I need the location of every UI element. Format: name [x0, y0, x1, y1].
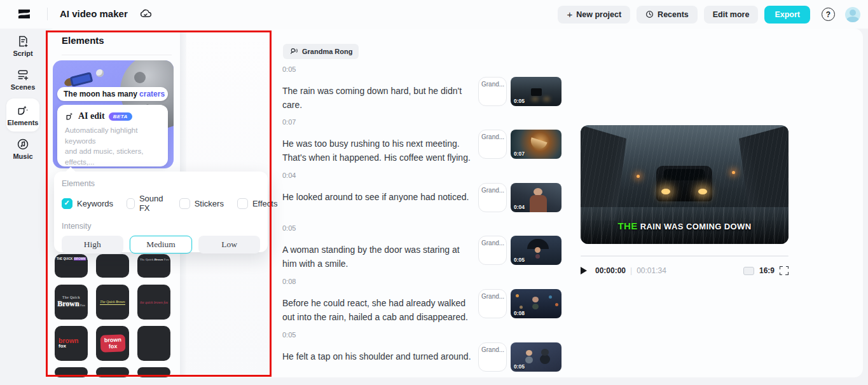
- recents-label: Recents: [658, 10, 689, 19]
- beta-badge: BETA: [109, 112, 132, 121]
- voice-clip-card[interactable]: Grand...: [478, 289, 507, 318]
- voice-clip-card[interactable]: Grand...: [478, 183, 507, 212]
- checkbox-sound-fx-label: Sound FX: [139, 194, 166, 213]
- tile-text: The Quick Brown: [100, 300, 125, 305]
- text-style-tile[interactable]: The Quick Brown Fox: [55, 285, 88, 320]
- seek-bar[interactable]: [581, 255, 789, 257]
- recents-button[interactable]: Recents: [637, 6, 698, 24]
- demo-caption-keyword: craters: [139, 90, 165, 98]
- ai-edit-icon: [65, 112, 74, 121]
- text-style-tile[interactable]: the quick brown fox: [137, 285, 170, 320]
- scene-thumbnail[interactable]: 0:05: [511, 342, 561, 372]
- voice-clip-card[interactable]: Grand...: [478, 236, 507, 265]
- sidebar-item-music[interactable]: Music: [6, 138, 39, 160]
- checkbox-sound-fx-box[interactable]: [127, 198, 135, 209]
- voice-clip-card[interactable]: Grand...: [478, 77, 507, 106]
- checkbox-stickers-box[interactable]: [179, 198, 190, 209]
- text-style-tile[interactable]: [137, 326, 170, 361]
- text-style-tile[interactable]: [137, 367, 170, 377]
- thumb-duration: 0:04: [514, 204, 525, 210]
- checkbox-stickers-label: Stickers: [195, 199, 224, 208]
- segment-text[interactable]: Before he could react, she had already w…: [282, 296, 476, 324]
- intensity-high-button[interactable]: High: [62, 236, 123, 253]
- checkbox-effects-label: Effects: [252, 199, 278, 208]
- edit-more-button[interactable]: Edit more: [704, 6, 759, 24]
- segment-duration: 0:07: [282, 118, 565, 126]
- intensity-low-button[interactable]: Low: [198, 236, 260, 253]
- script-icon: [17, 35, 29, 48]
- help-button[interactable]: ?: [822, 8, 835, 21]
- tile-badge: brown fox: [100, 334, 125, 352]
- aspect-ratio-icon[interactable]: [743, 267, 754, 275]
- segment-duration: 0:08: [282, 278, 565, 285]
- text-style-tile[interactable]: The Quick Brown: [96, 285, 129, 320]
- topbar: AI video maker + New project Recents Edi…: [0, 0, 868, 29]
- checkbox-effects[interactable]: Effects: [237, 198, 278, 209]
- new-project-button[interactable]: + New project: [558, 6, 630, 24]
- plus-icon: +: [567, 10, 572, 19]
- page-title: AI video maker: [60, 8, 128, 19]
- checkbox-effects-box[interactable]: [237, 198, 248, 209]
- player-controls: 00:00:00 | 00:01:34 16:9: [581, 265, 789, 276]
- transcript-row: 0:07 He was too busy rushing to his next…: [282, 118, 565, 170]
- transcript-area: Grandma Rong 0:05 The rain was coming do…: [282, 29, 575, 385]
- text-style-tile[interactable]: brown fox: [96, 326, 129, 361]
- segment-text[interactable]: He felt a tap on his shoulder and turned…: [282, 349, 476, 363]
- segment-duration: 0:04: [282, 172, 565, 179]
- sidebar-item-scenes[interactable]: Scenes: [6, 69, 39, 91]
- voice-speaker-icon: [289, 47, 298, 56]
- transcript-row: 0:05 The rain was coming down hard, but …: [282, 65, 565, 118]
- text-style-tile[interactable]: The Quick Brown Fox: [137, 254, 170, 278]
- capcut-logo-icon[interactable]: [17, 6, 32, 22]
- avatar[interactable]: [845, 7, 860, 22]
- play-button[interactable]: [581, 267, 587, 274]
- thumb-duration: 0:08: [514, 310, 525, 316]
- sidebar-item-elements[interactable]: Elements: [6, 98, 39, 132]
- segment-text[interactable]: He was too busy rushing to his next meet…: [282, 137, 476, 165]
- text-style-tile[interactable]: brown fox: [55, 326, 88, 361]
- thumb-duration: 0:07: [514, 151, 525, 157]
- elements-panel-title: Elements: [62, 35, 104, 46]
- checkbox-stickers[interactable]: Stickers: [179, 198, 224, 209]
- scene-thumbnail[interactable]: 0:07: [511, 130, 561, 159]
- scene-thumbnail[interactable]: 0:05: [511, 236, 561, 265]
- satellite-capsule: [96, 69, 104, 77]
- elements-panel-divider: [62, 55, 172, 55]
- scenes-icon: [17, 69, 29, 81]
- element-checkbox-row: Keywords Sound FX Stickers Effects: [62, 194, 260, 213]
- export-button[interactable]: Export: [764, 6, 810, 24]
- segment-duration: 0:05: [282, 65, 565, 73]
- current-time: 00:00:00: [595, 266, 626, 275]
- checkbox-keywords-box[interactable]: [62, 198, 72, 209]
- sidebar-label-elements: Elements: [6, 119, 39, 126]
- fullscreen-icon[interactable]: [780, 266, 789, 275]
- text-style-tile[interactable]: THE QUICK BROWN FOX: [55, 254, 88, 278]
- scene-thumbnail[interactable]: 0:04: [511, 183, 561, 212]
- checkbox-sound-fx[interactable]: Sound FX: [127, 194, 166, 213]
- ai-video-maker-app: AI video maker + New project Recents Edi…: [0, 0, 868, 385]
- intensity-medium-button[interactable]: Medium: [130, 236, 193, 253]
- scene-thumbnail[interactable]: 0:05: [511, 77, 561, 106]
- segment-text[interactable]: A woman standing by the door was staring…: [282, 243, 476, 271]
- demo-caption-text: The moon has many: [64, 90, 137, 98]
- aspect-ratio-label[interactable]: 16:9: [759, 266, 775, 275]
- video-caption: THE RAIN WAS COMING DOWN: [581, 220, 789, 231]
- checkbox-keywords[interactable]: Keywords: [62, 198, 113, 209]
- thumb-duration: 0:05: [514, 98, 525, 104]
- voice-clip-card[interactable]: Grand...: [478, 342, 507, 372]
- voice-chip[interactable]: Grandma Rong: [283, 44, 359, 59]
- tile-text: Brown Fox: [57, 299, 85, 309]
- text-style-tile[interactable]: [55, 367, 88, 377]
- video-preview: THE RAIN WAS COMING DOWN: [581, 125, 789, 244]
- text-style-tile[interactable]: [96, 254, 129, 278]
- segment-text[interactable]: He looked around to see if anyone had no…: [282, 190, 476, 204]
- segment-text[interactable]: The rain was coming down hard, but he di…: [282, 84, 476, 112]
- scene-thumbnail[interactable]: 0:08: [511, 289, 561, 318]
- ai-edit-description: Automatically highlight keywords and add…: [65, 125, 160, 168]
- transcript-row: 0:08 Before he could react, she had alre…: [282, 278, 565, 330]
- ai-edit-card: AI edit BETA Automatically highlight key…: [57, 105, 168, 166]
- sidebar-item-script[interactable]: Script: [6, 35, 39, 57]
- voice-clip-card[interactable]: Grand...: [478, 130, 507, 159]
- intensity-options: High Medium Low: [62, 236, 260, 253]
- text-style-tile[interactable]: [96, 367, 129, 377]
